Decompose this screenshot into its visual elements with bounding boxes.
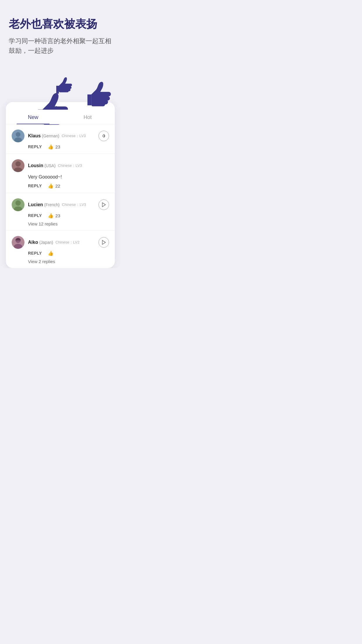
tab-bar: New Hot bbox=[6, 110, 115, 124]
view-replies[interactable]: View 12 replies bbox=[28, 221, 109, 226]
comment-list: Klaus (German) Chinese：LV3 bbox=[6, 124, 115, 268]
speaker-icon bbox=[101, 133, 106, 139]
user-level: Chinese：LV2 bbox=[55, 240, 80, 245]
tab-hot[interactable]: Hot bbox=[60, 114, 115, 124]
play-icon bbox=[102, 240, 106, 245]
card-section: New Hot bbox=[6, 73, 115, 268]
comment-actions: REPLY 👍 23 bbox=[28, 144, 109, 150]
like-count: 22 bbox=[55, 183, 60, 188]
avatar-image bbox=[12, 236, 24, 249]
user-country: (German) bbox=[42, 134, 59, 138]
user-level: Chinese：LV3 bbox=[61, 133, 86, 139]
user-name: Lucien bbox=[28, 202, 43, 207]
thumb-icon-medium bbox=[84, 76, 116, 108]
page-wrapper: 老外也喜欢被表扬 学习同一种语言的老外相聚一起互相鼓励，一起进步 bbox=[0, 0, 121, 268]
comment-item: Klaus (German) Chinese：LV3 bbox=[6, 124, 115, 154]
user-country: (French) bbox=[44, 202, 60, 207]
user-country: (USA) bbox=[44, 163, 55, 168]
svg-point-1 bbox=[16, 132, 20, 137]
reply-button[interactable]: REPLY bbox=[28, 251, 42, 256]
like-icon: 👍 bbox=[48, 183, 54, 189]
avatar bbox=[12, 159, 24, 172]
svg-point-5 bbox=[15, 161, 21, 167]
play-button[interactable] bbox=[99, 237, 109, 248]
user-level: Chinese：LV3 bbox=[62, 202, 86, 207]
comment-item: Aiko (Japan) Chinese：LV2 REPLY bbox=[6, 231, 115, 268]
user-name: Aiko bbox=[28, 240, 38, 245]
user-country: (Japan) bbox=[39, 240, 53, 245]
comment-item: Lousin (USA) Chinese：LV3 Very Goooood~! … bbox=[6, 154, 115, 193]
avatar bbox=[12, 130, 24, 142]
comment-text: Very Goooood~! bbox=[28, 174, 109, 180]
avatar-image bbox=[12, 198, 24, 211]
card: New Hot bbox=[6, 102, 115, 268]
main-title: 老外也喜欢被表扬 bbox=[9, 18, 112, 31]
user-level: Chinese：LV3 bbox=[58, 163, 82, 168]
like-icon: 👍 bbox=[48, 213, 54, 218]
play-icon bbox=[102, 202, 106, 207]
like-section: 👍 23 bbox=[48, 213, 60, 218]
comment-header: Lousin (USA) Chinese：LV3 bbox=[12, 159, 109, 172]
user-info: Lousin (USA) Chinese：LV3 bbox=[28, 163, 82, 168]
avatar-image bbox=[12, 159, 24, 172]
user-info: Lucien (French) Chinese：LV3 bbox=[28, 202, 86, 207]
avatar bbox=[12, 198, 24, 211]
avatar-image bbox=[12, 130, 24, 142]
user-info: Aiko (Japan) Chinese：LV2 bbox=[28, 240, 80, 245]
avatar bbox=[12, 236, 24, 249]
like-section: 👍 23 bbox=[48, 144, 60, 150]
sub-title: 学习同一种语言的老外相聚一起互相鼓励，一起进步 bbox=[9, 36, 112, 55]
like-section: 👍 bbox=[48, 251, 55, 256]
comment-user: Lucien (French) Chinese：LV3 bbox=[12, 198, 86, 211]
like-icon: 👍 bbox=[48, 251, 54, 256]
comment-user: Lousin (USA) Chinese：LV3 bbox=[12, 159, 82, 172]
comment-actions: REPLY 👍 23 bbox=[28, 213, 109, 218]
comment-user: Klaus (German) Chinese：LV3 bbox=[12, 130, 86, 142]
speaker-button[interactable] bbox=[99, 131, 109, 141]
play-button[interactable] bbox=[99, 200, 109, 210]
svg-marker-10 bbox=[102, 203, 106, 207]
comment-header: Klaus (German) Chinese：LV3 bbox=[12, 130, 109, 142]
comment-user: Aiko (Japan) Chinese：LV2 bbox=[12, 236, 80, 249]
svg-marker-14 bbox=[102, 240, 106, 244]
tab-new[interactable]: New bbox=[6, 114, 60, 124]
user-name: Lousin bbox=[28, 163, 43, 168]
reply-button[interactable]: REPLY bbox=[28, 144, 42, 149]
user-info: Klaus (German) Chinese：LV3 bbox=[28, 133, 86, 139]
view-replies[interactable]: View 2 replies bbox=[28, 259, 109, 264]
like-count: 23 bbox=[55, 144, 60, 149]
user-name: Klaus bbox=[28, 133, 41, 139]
reply-button[interactable]: REPLY bbox=[28, 183, 42, 188]
like-section: 👍 22 bbox=[48, 183, 60, 189]
comment-header: Aiko (Japan) Chinese：LV2 bbox=[12, 236, 109, 249]
comment-actions: REPLY 👍 22 bbox=[28, 183, 109, 189]
comment-header: Lucien (French) Chinese：LV3 bbox=[12, 198, 109, 211]
reply-button[interactable]: REPLY bbox=[28, 213, 42, 218]
comment-item: Lucien (French) Chinese：LV3 REPLY bbox=[6, 193, 115, 231]
like-count: 23 bbox=[55, 213, 60, 218]
top-section: 老外也喜欢被表扬 学习同一种语言的老外相聚一起互相鼓励，一起进步 bbox=[0, 0, 121, 64]
like-icon: 👍 bbox=[48, 144, 54, 150]
comment-actions: REPLY 👍 bbox=[28, 251, 109, 256]
svg-point-8 bbox=[15, 200, 21, 206]
